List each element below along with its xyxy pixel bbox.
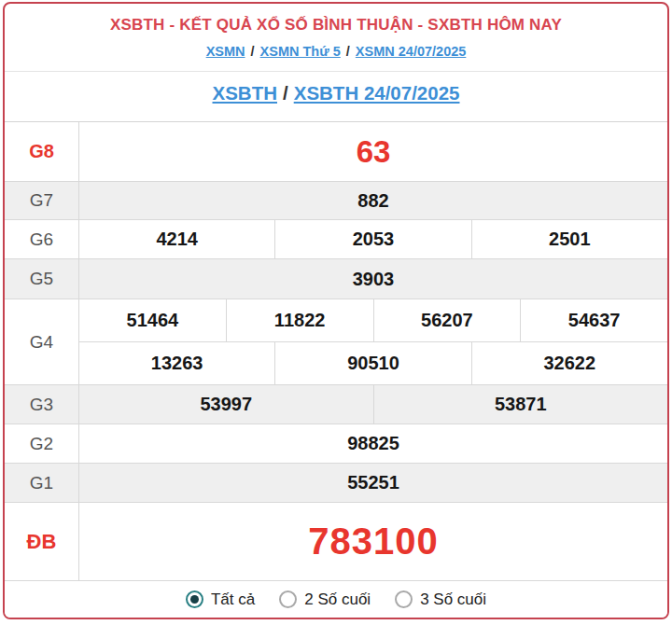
page-title: XSBTH - KẾT QUẢ XỔ SỐ BÌNH THUẬN - SXBTH…	[5, 4, 667, 35]
prize-row-g6: G6421420532501	[5, 220, 667, 259]
prize-number: 63	[79, 122, 667, 181]
result-header: XSBTH - KẾT QUẢ XỔ SỐ BÌNH THUẬN - SXBTH…	[5, 4, 667, 121]
prize-values: 783100	[79, 503, 667, 580]
breadcrumb-link-xsmn-date[interactable]: XSMN 24/07/2025	[356, 44, 467, 59]
prize-label: G2	[5, 424, 79, 463]
prize-label: G3	[5, 385, 79, 424]
prize-row-đb: ĐB783100	[5, 503, 667, 581]
prize-row-g3: G35399753871	[5, 385, 667, 424]
prize-label: G7	[5, 182, 79, 219]
prize-values: 98825	[79, 424, 667, 463]
prize-number: 53997	[79, 385, 373, 424]
prize-values: 55251	[79, 464, 667, 502]
radio-dot	[190, 595, 199, 604]
prize-number: 882	[79, 182, 667, 219]
prize-number: 2501	[471, 220, 667, 258]
prize-number: 53871	[373, 385, 668, 424]
breadcrumb-separator: /	[341, 44, 356, 59]
radio-option-2-last-digits[interactable]: 2 Số cuối	[279, 590, 371, 609]
prize-line: 3903	[79, 259, 667, 299]
prize-number: 90510	[274, 342, 470, 384]
prize-number: 11822	[226, 299, 373, 341]
prize-row-g4: G451464118225620754637132639051032622	[5, 299, 667, 385]
radio-unselected-icon[interactable]	[279, 590, 297, 608]
prize-values: 51464118225620754637132639051032622	[79, 299, 667, 384]
radio-dot	[284, 595, 292, 604]
prize-line: 421420532501	[79, 220, 667, 258]
prize-number: 2053	[274, 220, 470, 258]
result-subtitle: XSBTH/XSBTH 24/07/2025	[5, 82, 667, 104]
prize-values: 882	[79, 182, 667, 219]
prize-values: 3903	[79, 259, 667, 299]
prize-number: 13263	[79, 342, 274, 384]
subtitle-link-xsbth-date[interactable]: XSBTH 24/07/2025	[294, 82, 460, 104]
results-table: G863G7882G6421420532501G53903G4514641182…	[5, 121, 667, 581]
radio-option-label: Tất cả	[211, 590, 255, 609]
prize-line: 98825	[79, 424, 667, 463]
prize-number: 56207	[373, 299, 521, 341]
prize-label: G1	[5, 464, 79, 502]
prize-label: ĐB	[5, 503, 79, 580]
prize-row-g8: G863	[5, 122, 667, 182]
radio-option-all[interactable]: Tất cả	[186, 590, 255, 609]
prize-values: 63	[79, 122, 667, 181]
radio-option-label: 3 Số cuối	[420, 590, 486, 609]
radio-unselected-icon[interactable]	[395, 590, 413, 608]
breadcrumb-separator: /	[245, 44, 260, 59]
prize-line: 132639051032622	[79, 341, 667, 384]
header-divider	[5, 71, 667, 72]
prize-label: G8	[5, 122, 79, 181]
prize-values: 5399753871	[79, 385, 667, 424]
prize-label: G4	[5, 299, 79, 384]
prize-line: 51464118225620754637	[79, 299, 667, 341]
breadcrumb-link-xsmn[interactable]: XSMN	[206, 44, 245, 59]
prize-label: G6	[5, 220, 79, 258]
radio-selected-icon[interactable]	[186, 590, 203, 608]
prize-number: 55251	[79, 464, 667, 502]
subtitle-separator: /	[277, 82, 294, 104]
radio-dot	[399, 595, 408, 604]
prize-row-g7: G7882	[5, 182, 667, 220]
prize-number: 54637	[520, 299, 667, 341]
prize-number: 98825	[79, 424, 667, 463]
prize-number: 51464	[79, 299, 226, 341]
prize-number: 783100	[79, 503, 667, 580]
breadcrumb-link-xsmn-thu5[interactable]: XSMN Thứ 5	[260, 44, 341, 59]
prize-line: 63	[79, 122, 667, 181]
prize-values: 421420532501	[79, 220, 667, 258]
prize-number: 4214	[79, 220, 274, 258]
lottery-result-card: XSBTH - KẾT QUẢ XỔ SỐ BÌNH THUẬN - SXBTH…	[3, 2, 669, 619]
prize-row-g2: G298825	[5, 424, 667, 464]
prize-line: 55251	[79, 464, 667, 502]
prize-row-g1: G155251	[5, 464, 667, 503]
breadcrumb: XSMN/XSMN Thứ 5/XSMN 24/07/2025	[5, 44, 667, 59]
prize-number: 3903	[79, 259, 667, 299]
prize-line: 5399753871	[79, 385, 667, 424]
prize-line: 783100	[79, 503, 667, 580]
radio-option-3-last-digits[interactable]: 3 Số cuối	[395, 590, 486, 609]
prize-label: G5	[5, 259, 79, 299]
prize-row-g5: G53903	[5, 259, 667, 299]
subtitle-link-xsbth[interactable]: XSBTH	[213, 82, 277, 104]
prize-line: 882	[79, 182, 667, 219]
prize-number: 32622	[471, 342, 667, 384]
display-mode-radios: Tất cả2 Số cuối3 Số cuối	[5, 581, 667, 618]
radio-option-label: 2 Số cuối	[304, 590, 371, 609]
